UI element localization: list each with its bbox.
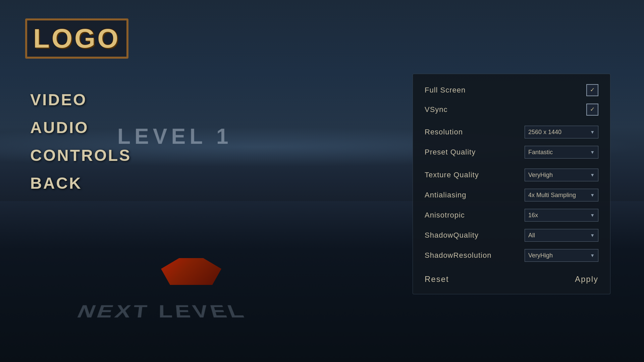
checkbox-full-screen[interactable]: ✓ (586, 84, 598, 96)
nav-menu: VIDEO AUDIO CONTROLS BACK (30, 90, 131, 192)
dropdown-preset-quality-arrow: ▼ (590, 149, 595, 155)
label-vsync: VSync (425, 105, 448, 114)
dropdown-shadow-quality-arrow: ▼ (590, 233, 595, 238)
row-full-screen: Full Screen ✓ (425, 84, 598, 96)
dropdown-antialiasing-arrow: ▼ (590, 192, 595, 198)
dropdown-resolution-value: 2560 x 1440 (528, 129, 561, 136)
dropdown-anisotropic[interactable]: 16x ▼ (525, 209, 598, 222)
check-full-screen: ✓ (590, 87, 594, 94)
nav-item-video[interactable]: VIDEO (30, 90, 131, 109)
level-center-text: LEVEL 1 (117, 124, 232, 149)
label-resolution: Resolution (425, 128, 463, 136)
label-antialiasing: Antialiasing (425, 191, 467, 199)
dropdown-shadow-quality-value: All (528, 232, 535, 239)
row-texture-quality: Texture Quality VeryHigh ▼ (425, 169, 598, 181)
dropdown-resolution-arrow: ▼ (590, 129, 595, 135)
next-level-ground-text: NEXT LEVEL (74, 302, 250, 322)
dropdown-shadow-quality[interactable]: All ▼ (525, 229, 598, 242)
dropdown-preset-quality-value: Fantastic (528, 149, 553, 156)
dropdown-texture-quality-value: VeryHigh (528, 172, 553, 179)
settings-panel: Full Screen ✓ VSync ✓ Resolution 2560 x … (413, 74, 610, 294)
dropdown-antialiasing[interactable]: 4x Multi Sampling ▼ (525, 189, 598, 201)
dropdown-preset-quality[interactable]: Fantastic ▼ (525, 146, 598, 159)
label-preset-quality: Preset Quality (425, 148, 476, 157)
label-full-screen: Full Screen (425, 86, 466, 95)
check-vsync: ✓ (590, 106, 594, 113)
dropdown-shadow-resolution-arrow: ▼ (590, 253, 595, 258)
label-shadow-quality: ShadowQuality (425, 231, 479, 240)
label-anisotropic: Anisotropic (425, 211, 465, 220)
dropdown-shadow-resolution-value: VeryHigh (528, 252, 553, 259)
game-logo: LOGO (25, 18, 128, 59)
dropdown-resolution[interactable]: 2560 x 1440 ▼ (525, 126, 598, 138)
checkbox-vsync[interactable]: ✓ (586, 104, 598, 116)
row-antialiasing: Antialiasing 4x Multi Sampling ▼ (425, 189, 598, 201)
dropdown-shadow-resolution[interactable]: VeryHigh ▼ (525, 249, 598, 262)
dropdown-anisotropic-arrow: ▼ (590, 213, 595, 218)
dropdown-texture-quality-arrow: ▼ (590, 172, 595, 178)
row-vsync: VSync ✓ (425, 104, 598, 116)
dropdown-anisotropic-value: 16x (528, 212, 538, 219)
label-texture-quality: Texture Quality (425, 171, 479, 179)
nav-item-back[interactable]: BACK (30, 174, 131, 192)
row-anisotropic: Anisotropic 16x ▼ (425, 209, 598, 222)
settings-footer: Reset Apply (425, 271, 598, 284)
nav-item-audio[interactable]: AUDIO (30, 118, 131, 137)
dropdown-texture-quality[interactable]: VeryHigh ▼ (525, 169, 598, 181)
row-shadow-resolution: ShadowResolution VeryHigh ▼ (425, 249, 598, 262)
row-resolution: Resolution 2560 x 1440 ▼ (425, 126, 598, 138)
reset-button[interactable]: Reset (425, 275, 449, 284)
dropdown-antialiasing-value: 4x Multi Sampling (528, 192, 576, 199)
label-shadow-resolution: ShadowResolution (425, 251, 491, 260)
nav-item-controls[interactable]: CONTROLS (30, 146, 131, 165)
apply-button[interactable]: Apply (575, 275, 598, 284)
row-shadow-quality: ShadowQuality All ▼ (425, 229, 598, 242)
row-preset-quality: Preset Quality Fantastic ▼ (425, 146, 598, 159)
